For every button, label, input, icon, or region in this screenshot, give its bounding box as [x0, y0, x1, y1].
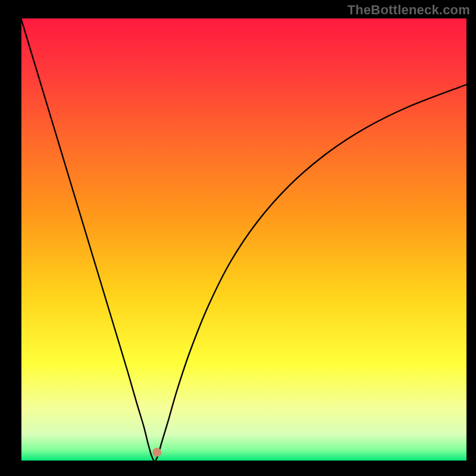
bottleneck-chart — [0, 0, 476, 476]
chart-frame: { "watermark": "TheBottleneck.com", "cha… — [0, 0, 476, 476]
watermark-text: TheBottleneck.com — [347, 2, 470, 18]
curve-minimum-marker — [152, 448, 161, 457]
